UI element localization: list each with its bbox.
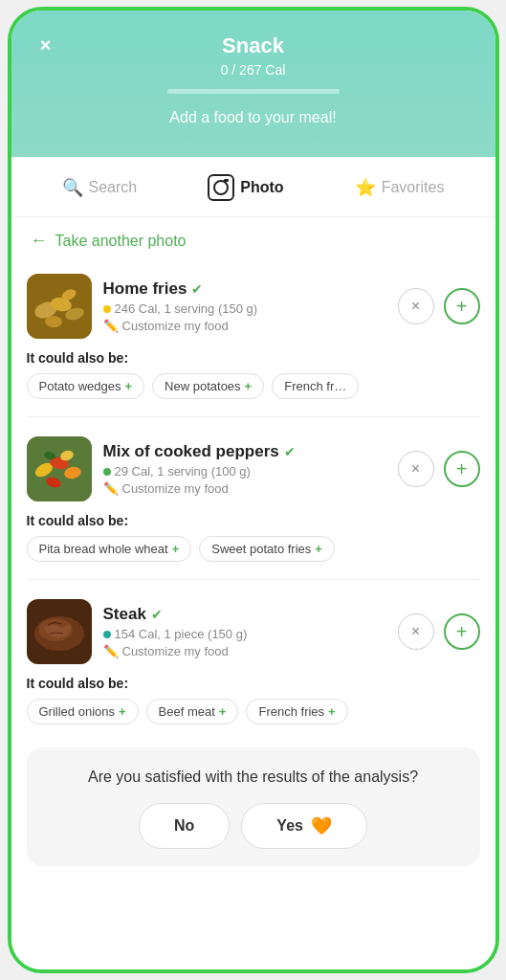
cal-dot-1 xyxy=(103,305,111,313)
food-item-1: Home fries ✔ 246 Cal, 1 serving (150 g) … xyxy=(27,264,480,348)
tab-favorites[interactable]: ⭐ Favorites xyxy=(347,173,452,202)
tab-favorites-label: Favorites xyxy=(382,179,445,196)
chip-label-3-3: French fries xyxy=(258,704,324,719)
heart-icon: 🧡 xyxy=(311,815,332,836)
star-icon: ⭐ xyxy=(355,177,376,198)
food-section-3: Steak ✔ 154 Cal, 1 piece (150 g) ✏️ Cust… xyxy=(11,590,495,734)
remove-button-2[interactable]: × xyxy=(398,451,434,487)
also-be-chips-3: Grilled onions + Beef meat + French frie… xyxy=(27,699,480,724)
remove-button-1[interactable]: × xyxy=(398,288,434,324)
content: 🔍 Search Photo ⭐ Favorites ← Take anothe… xyxy=(11,142,495,969)
food-item-3: Steak ✔ 154 Cal, 1 piece (150 g) ✏️ Cust… xyxy=(27,590,480,674)
also-be-chips-2: Pita bread whole wheat + Sweet potato fr… xyxy=(27,536,480,562)
chip-plus-2-2: + xyxy=(315,542,322,556)
food-cal-text-1: 246 Cal, 1 serving (150 g) xyxy=(115,301,258,316)
yes-label: Yes xyxy=(276,817,303,835)
header-subtitle: Add a food to your meal! xyxy=(31,109,476,126)
tab-photo-label: Photo xyxy=(240,179,283,196)
food-name-2: Mix of cooked peppers xyxy=(103,442,279,461)
food-customize-text-2: Customize my food xyxy=(122,481,229,496)
food-actions-3: × + xyxy=(398,613,480,650)
food-cal-3: 154 Cal, 1 piece (150 g) xyxy=(103,627,386,641)
chip-3-3[interactable]: French fries + xyxy=(246,699,347,724)
chip-plus-3-2: + xyxy=(219,704,227,719)
food-customize-2[interactable]: ✏️ Customize my food xyxy=(103,481,386,496)
food-name-1: Home fries xyxy=(103,279,187,299)
chip-3-2[interactable]: Beef meat + xyxy=(146,699,239,724)
food-cal-1: 246 Cal, 1 serving (150 g) xyxy=(103,301,386,316)
bottom-card-buttons: No Yes 🧡 xyxy=(46,803,461,849)
food-customize-1[interactable]: ✏️ Customize my food xyxy=(103,319,386,333)
food-customize-text-1: Customize my food xyxy=(122,319,229,333)
phone-frame: × Snack 0 / 267 Cal Add a food to your m… xyxy=(8,7,499,973)
chip-label-1-3: French fr… xyxy=(284,379,346,393)
header-title: Snack xyxy=(31,33,476,58)
camera-icon xyxy=(208,174,234,201)
verified-icon-2: ✔ xyxy=(284,444,296,459)
food-name-3: Steak xyxy=(103,605,146,624)
chip-plus-2-1: + xyxy=(172,542,180,556)
food-actions-2: × + xyxy=(398,451,480,487)
food-actions-1: × + xyxy=(398,288,480,324)
chip-2-2[interactable]: Sweet potato fries + xyxy=(199,536,335,562)
pencil-icon-2: ✏️ xyxy=(103,481,119,496)
close-button[interactable]: × xyxy=(33,32,59,58)
verified-icon-1: ✔ xyxy=(191,281,203,297)
add-button-1[interactable]: + xyxy=(444,288,480,324)
verified-icon-3: ✔ xyxy=(151,607,163,622)
bottom-card-text: Are you satisfied with the results of th… xyxy=(46,767,461,788)
tab-search[interactable]: 🔍 Search xyxy=(55,173,145,202)
chip-plus-1-2: + xyxy=(245,379,253,393)
tab-search-label: Search xyxy=(89,179,138,196)
cal-dot-3 xyxy=(103,631,111,638)
remove-button-3[interactable]: × xyxy=(398,613,434,650)
food-customize-text-3: Customize my food xyxy=(122,644,229,658)
add-button-3[interactable]: + xyxy=(444,613,480,650)
divider-1 xyxy=(27,416,480,417)
chip-label-3-1: Grilled onions xyxy=(39,704,116,719)
also-be-label-2: It could also be: xyxy=(27,513,480,528)
back-arrow-icon: ← xyxy=(31,231,48,251)
back-button[interactable]: ← Take another photo xyxy=(11,217,495,264)
chip-label-2-2: Sweet potato fries xyxy=(211,542,311,556)
pencil-icon-1: ✏️ xyxy=(103,319,119,333)
food-image-2 xyxy=(27,436,92,501)
no-button[interactable]: No xyxy=(139,803,230,849)
chip-1-3[interactable]: French fr… xyxy=(272,373,359,399)
divider-2 xyxy=(27,579,480,580)
chip-1-2[interactable]: New potatoes + xyxy=(152,373,264,399)
food-image-1 xyxy=(27,274,92,339)
progress-bar-container xyxy=(167,89,340,94)
bottom-card: Are you satisfied with the results of th… xyxy=(27,747,480,866)
chip-label-2-1: Pita bread whole wheat xyxy=(39,542,168,556)
add-button-2[interactable]: + xyxy=(444,451,480,487)
food-section-2: Mix of cooked peppers ✔ 29 Cal, 1 servin… xyxy=(11,427,495,571)
also-be-label-1: It could also be: xyxy=(27,350,480,366)
yes-button[interactable]: Yes 🧡 xyxy=(241,803,367,849)
also-be-chips-1: Potato wedges + New potatoes + French fr… xyxy=(27,373,480,399)
food-name-row-2: Mix of cooked peppers ✔ xyxy=(103,442,386,461)
back-text: Take another photo xyxy=(55,233,187,250)
header-calories: 0 / 267 Cal xyxy=(31,62,476,78)
food-item-2: Mix of cooked peppers ✔ 29 Cal, 1 servin… xyxy=(27,427,480,511)
chip-3-1[interactable]: Grilled onions + xyxy=(27,699,139,724)
chip-plus-3-1: + xyxy=(119,704,126,719)
tab-photo[interactable]: Photo xyxy=(200,170,291,205)
food-info-3: Steak ✔ 154 Cal, 1 piece (150 g) ✏️ Cust… xyxy=(103,605,386,658)
food-info-2: Mix of cooked peppers ✔ 29 Cal, 1 servin… xyxy=(103,442,386,496)
food-cal-2: 29 Cal, 1 serving (100 g) xyxy=(103,464,386,479)
header: × Snack 0 / 267 Cal Add a food to your m… xyxy=(11,11,495,157)
chip-label-1-2: New potatoes xyxy=(165,379,241,393)
cal-dot-2 xyxy=(103,468,111,476)
food-cal-text-2: 29 Cal, 1 serving (100 g) xyxy=(115,464,251,479)
food-name-row-1: Home fries ✔ xyxy=(103,279,386,299)
also-be-label-3: It could also be: xyxy=(27,676,480,691)
chip-2-1[interactable]: Pita bread whole wheat + xyxy=(27,536,192,562)
food-customize-3[interactable]: ✏️ Customize my food xyxy=(103,644,386,658)
chip-1-1[interactable]: Potato wedges + xyxy=(27,373,145,399)
chip-plus-1-1: + xyxy=(125,379,133,393)
food-name-row-3: Steak ✔ xyxy=(103,605,386,624)
search-icon: 🔍 xyxy=(62,177,83,198)
chip-label-1-1: Potato wedges xyxy=(39,379,121,393)
chip-label-3-2: Beef meat xyxy=(159,704,215,719)
